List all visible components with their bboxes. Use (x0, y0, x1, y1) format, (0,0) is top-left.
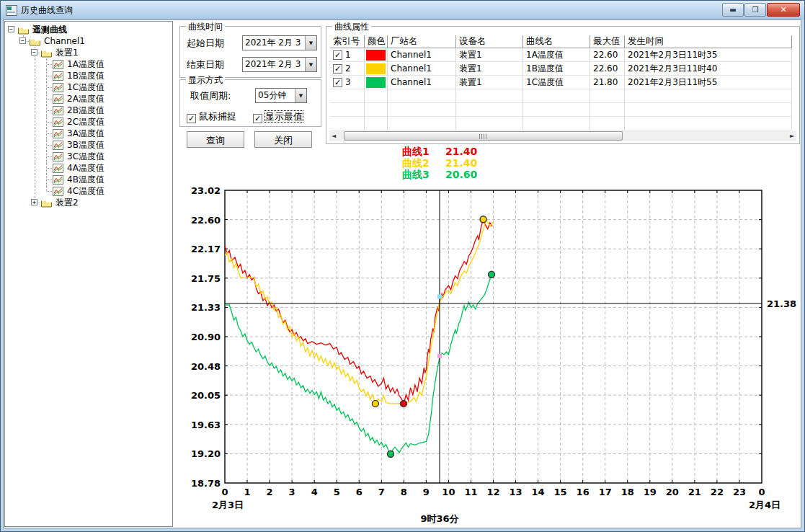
device-cell: 装置1 (456, 48, 523, 62)
tree-guide (30, 58, 41, 70)
expander-icon[interactable]: − (18, 35, 30, 47)
group-title: 显示方式 (186, 74, 225, 87)
empty-cell (456, 103, 523, 117)
title-bar[interactable]: 历史曲线查询 ▬ ❐ ✕ (1, 1, 804, 19)
tree-item[interactable]: −装置1 (6, 47, 172, 58)
column-header[interactable]: 厂站名 (388, 35, 456, 48)
tree-item[interactable]: 4B温度值 (6, 174, 172, 185)
legend-label: 曲线3 (402, 169, 445, 180)
curve-time-group: 曲线时间 起始日期 2021年 2月 3 ▼ 结束日期 2021年 2月 3 ▼ (179, 26, 321, 78)
history-chart[interactable]: 23.0222.6022.1721.7521.3320.9020.4820.05… (174, 180, 805, 532)
scroll-thumb[interactable] (344, 131, 623, 141)
tree-item[interactable]: 3A温度值 (6, 128, 172, 139)
column-header[interactable]: 最大值 (590, 35, 625, 48)
tree-item[interactable]: −Channel1 (6, 35, 172, 47)
minimize-button[interactable]: ▬ (722, 3, 744, 17)
expander-icon[interactable]: + (30, 197, 41, 208)
expander-icon[interactable]: − (30, 47, 41, 58)
tree-guide (30, 151, 41, 162)
tree-item[interactable]: 1A温度值 (6, 58, 172, 70)
y-tick-label: 20.48 (191, 361, 221, 372)
curve-row[interactable]: ✓1Channel1装置11A温度值22.602021年2月3日11时35 (330, 48, 796, 62)
tree-guide (6, 185, 18, 197)
max-value-cell: 21.80 (590, 76, 625, 89)
row-checkbox[interactable]: ✓ (333, 50, 342, 60)
period-select[interactable]: 05分钟 ▼ (255, 88, 307, 103)
client-area: −遥测曲线−Channel1−装置11A温度值1B温度值1C温度值2A温度值2B… (3, 19, 801, 528)
tree-item[interactable]: +装置2 (6, 197, 172, 208)
empty-cell (590, 117, 625, 130)
tree-item[interactable]: 3C温度值 (6, 151, 172, 162)
curve-tree[interactable]: −遥测曲线−Channel1−装置11A温度值1B温度值1C温度值2A温度值2B… (4, 21, 173, 527)
start-date-select[interactable]: 2021年 2月 3 ▼ (242, 35, 317, 50)
empty-cell (625, 103, 792, 117)
tree-guide (30, 93, 41, 105)
collapse-minus-icon[interactable]: − (8, 26, 14, 32)
x-tick-label: 14 (532, 487, 545, 497)
color-cell (365, 48, 388, 62)
scroll-right-icon[interactable]: ► (788, 131, 796, 141)
empty-cell (388, 117, 456, 130)
tree-item-label: Channel1 (43, 36, 86, 46)
station-cell: Channel1 (388, 76, 456, 89)
tree-item[interactable]: 4A温度值 (6, 162, 172, 174)
tree-item-label: 3C温度值 (66, 151, 106, 163)
row-checkbox[interactable]: ✓ (333, 64, 342, 74)
scroll-left-icon[interactable]: ◄ (329, 131, 338, 141)
tree-item[interactable]: −遥测曲线 (6, 24, 172, 35)
crosshair-value-label: 21.38 (767, 298, 796, 309)
show-extremes-option[interactable]: ✓显示最值 (253, 109, 303, 123)
tree-item[interactable]: 2C温度值 (6, 116, 172, 128)
column-header[interactable]: 曲线名 (523, 35, 590, 48)
collapse-minus-icon[interactable]: − (19, 37, 26, 44)
expander-icon[interactable]: − (6, 24, 18, 35)
tree-item[interactable]: 2B温度值 (6, 105, 172, 116)
legend-label: 曲线1 (402, 146, 445, 157)
column-header[interactable]: 发生时间 (625, 35, 792, 48)
show-extremes-checkbox[interactable]: ✓ (253, 114, 262, 123)
curve-icon (53, 128, 64, 138)
tree-item-label: 2B温度值 (66, 105, 106, 117)
tree-item[interactable]: 1B温度值 (6, 70, 172, 81)
x-tick-label: 8 (401, 487, 407, 497)
chevron-down-icon[interactable]: ▼ (305, 58, 316, 71)
tree-item[interactable]: 4C温度值 (6, 185, 172, 197)
x-tick-label: 18 (621, 487, 634, 497)
tree-guide (41, 139, 53, 151)
x-tick-label: 2 (267, 487, 273, 497)
row-checkbox[interactable]: ✓ (333, 78, 342, 87)
column-header[interactable]: 索引号 (330, 35, 365, 48)
x-tick-label: 11 (464, 487, 477, 497)
start-date-label: 起始日期 (187, 37, 224, 50)
tree-item[interactable]: 3B温度值 (6, 139, 172, 151)
query-button[interactable]: 查询 (187, 131, 244, 148)
index-cell: ✓3 (330, 76, 365, 89)
mouse-capture-checkbox[interactable]: ✓ (187, 114, 196, 123)
device-cell: 装置1 (456, 62, 523, 76)
column-header[interactable]: 设备名 (456, 35, 523, 48)
empty-cell (330, 89, 365, 103)
chevron-down-icon[interactable]: ▼ (305, 36, 316, 50)
end-date-select[interactable]: 2021年 2月 3 ▼ (242, 57, 317, 72)
column-header[interactable]: 颜色 (365, 35, 388, 48)
chevron-down-icon[interactable]: ▼ (295, 89, 306, 102)
extreme-marker (372, 400, 378, 407)
tree-guide (30, 105, 41, 116)
restore-button[interactable]: ❐ (744, 3, 766, 17)
expand-plus-icon[interactable]: + (31, 199, 37, 205)
close-button[interactable]: 关闭 (254, 131, 312, 148)
close-window-button[interactable]: ✕ (767, 3, 800, 17)
x-tick-label: 22 (711, 487, 724, 497)
collapse-minus-icon[interactable]: − (31, 49, 37, 56)
tree-item[interactable]: 1C温度值 (6, 81, 172, 93)
x-tick-label: 3 (289, 487, 295, 497)
mouse-capture-option[interactable]: ✓鼠标捕捉 (187, 109, 236, 123)
table-hscrollbar[interactable]: ◄ ► (329, 131, 796, 141)
tree-item[interactable]: 2A温度值 (6, 93, 172, 105)
curve-table[interactable]: 索引号颜色厂站名设备名曲线名最大值发生时间✓1Channel1装置11A温度值2… (330, 35, 796, 130)
curve-row[interactable]: ✓3Channel1装置11C温度值21.802021年2月3日11时55 (330, 76, 796, 89)
curve-row[interactable]: ✓2Channel1装置11B温度值22.602021年2月3日11时40 (330, 62, 796, 76)
tree-item-label: 遥测曲线 (31, 24, 68, 36)
empty-row (330, 117, 796, 130)
scroll-track[interactable] (338, 131, 788, 141)
